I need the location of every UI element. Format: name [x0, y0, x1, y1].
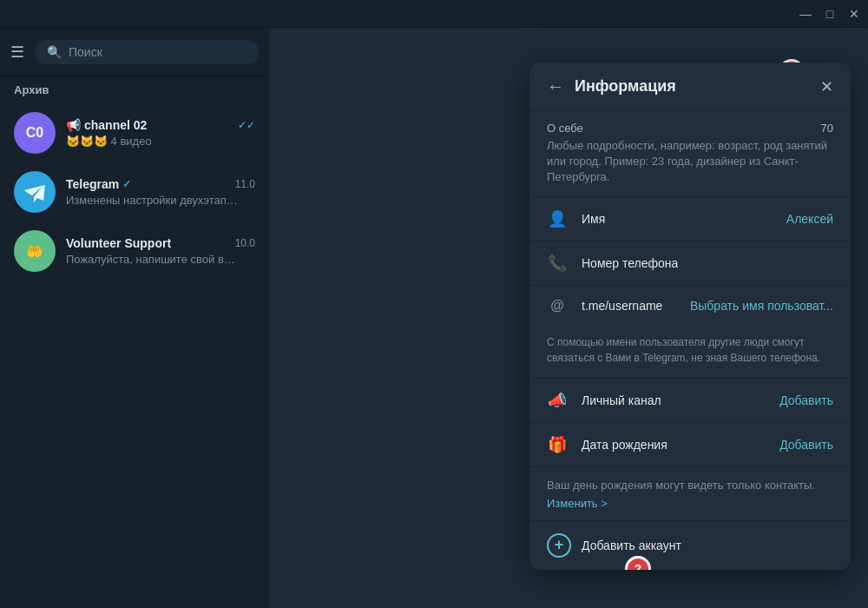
- chat-info-telegram: Telegram ✓ 11.0 Изменены настройки двухэ…: [66, 177, 255, 207]
- search-icon: 🔍: [47, 45, 62, 59]
- sidebar-header: ☰ 🔍 Поиск: [0, 28, 269, 76]
- username-value: Выбрать имя пользоват...: [690, 299, 833, 313]
- modal-title: Информация: [575, 77, 810, 96]
- avatar-channel02: C0: [14, 112, 56, 154]
- name-icon: 👤: [547, 209, 568, 228]
- at-icon: @: [547, 298, 568, 314]
- chat-name-volunteer: Volunteer Support: [66, 236, 171, 250]
- chat-preview-telegram: Изменены настройки двухэтапной...: [66, 194, 240, 207]
- sidebar: ☰ 🔍 Поиск Архив C0 📢 channel 02 ✓✓: [0, 28, 269, 608]
- maximize-button[interactable]: □: [823, 7, 837, 21]
- username-label: t.me/username: [582, 299, 676, 313]
- hamburger-icon[interactable]: ☰: [10, 43, 24, 62]
- channel-label: Личный канал: [582, 393, 766, 407]
- phone-label: Номер телефона: [582, 256, 819, 270]
- modal-close-button[interactable]: ✕: [820, 77, 833, 96]
- name-value: Алексей: [786, 212, 833, 226]
- add-account-label: Добавить аккаунт: [582, 539, 681, 552]
- birthday-hint: Ваш день рождения могут видеть только ко…: [547, 478, 833, 493]
- birthday-label: Дата рождения: [582, 438, 766, 452]
- about-label: О себе: [547, 122, 583, 135]
- titlebar: — □ ✕: [0, 0, 868, 28]
- chat-name-row-telegram: Telegram ✓ 11.0: [66, 177, 255, 191]
- chat-name-channel02: 📢 channel 02: [66, 118, 147, 132]
- chat-name-row-volunteer: Volunteer Support 10.0: [66, 236, 255, 250]
- chat-time-volunteer: 10.0: [235, 237, 255, 249]
- channel-add-btn[interactable]: Добавить: [779, 393, 833, 407]
- name-label: Имя: [582, 212, 773, 226]
- avatar-volunteer: 🤲: [14, 230, 56, 272]
- username-field-row[interactable]: @ t.me/username Выбрать имя пользоват...: [529, 286, 851, 326]
- app-container: ☰ 🔍 Поиск Архив C0 📢 channel 02 ✓✓: [0, 28, 868, 608]
- phone-field-row[interactable]: 📞 Номер телефона: [529, 241, 851, 286]
- chat-info-channel02: 📢 channel 02 ✓✓ 🐱🐱🐱 4 видео: [66, 118, 255, 148]
- main-content: чтобы написать 1 ← Информация ✕ О себе 7…: [269, 28, 868, 608]
- channel-icon: 📣: [547, 391, 568, 410]
- chat-preview-volunteer: Пожалуйста, напишите свой вопро...: [66, 253, 240, 266]
- search-box[interactable]: 🔍 Поиск: [35, 40, 259, 64]
- chat-item-channel02[interactable]: C0 📢 channel 02 ✓✓ 🐱🐱🐱 4 видео: [0, 103, 269, 162]
- badge-2: 2: [625, 556, 651, 570]
- about-hint: Любые подробности, например: возраст, ро…: [547, 138, 833, 186]
- speaker-icon: 📢: [66, 118, 81, 132]
- birthday-add-btn[interactable]: Добавить: [779, 438, 833, 452]
- about-row: О себе 70: [547, 122, 833, 135]
- phone-icon: 📞: [547, 254, 568, 273]
- archive-label: Архив: [0, 76, 269, 103]
- modal-back-button[interactable]: ←: [547, 76, 564, 96]
- channel-field-row[interactable]: 📣 Личный канал Добавить: [529, 379, 851, 423]
- birthday-field-row[interactable]: 🎁 Дата рождения Добавить: [529, 423, 851, 466]
- chat-info-volunteer: Volunteer Support 10.0 Пожалуйста, напиш…: [66, 236, 255, 266]
- chat-list: C0 📢 channel 02 ✓✓ 🐱🐱🐱 4 видео: [0, 103, 269, 608]
- titlebar-controls: — □ ✕: [799, 7, 861, 21]
- chat-name-telegram: Telegram ✓: [66, 177, 131, 191]
- modal-header: ← Информация ✕: [529, 63, 851, 111]
- chat-item-volunteer[interactable]: 🤲 Volunteer Support 10.0 Пожалуйста, нап…: [0, 221, 269, 281]
- name-field-row[interactable]: 👤 Имя Алексей: [529, 197, 851, 241]
- add-account-icon: +: [547, 533, 571, 558]
- search-placeholder: Поиск: [69, 45, 102, 59]
- chat-name-row-channel02: 📢 channel 02 ✓✓: [66, 118, 255, 132]
- chat-time-telegram: 11.0: [235, 178, 255, 190]
- birthday-change-link[interactable]: Изменить >: [547, 497, 833, 510]
- chat-item-telegram[interactable]: Telegram ✓ 11.0 Изменены настройки двухэ…: [0, 162, 269, 221]
- info-modal: ← Информация ✕ О себе 70 Любые подробнос…: [529, 63, 851, 570]
- username-hint: С помощью имени пользователя другие люди…: [529, 326, 851, 379]
- birthday-hint-section: Ваш день рождения могут видеть только ко…: [529, 466, 851, 521]
- add-account-section[interactable]: + Добавить аккаунт 2: [529, 521, 851, 570]
- birthday-icon: 🎁: [547, 435, 568, 454]
- about-section: О себе 70 Любые подробности, например: в…: [529, 111, 851, 197]
- avatar-telegram: [14, 171, 56, 213]
- minimize-button[interactable]: —: [799, 7, 812, 21]
- about-count: 70: [821, 122, 833, 135]
- chat-preview-channel02: 🐱🐱🐱 4 видео: [66, 135, 240, 148]
- double-check-channel02: ✓✓: [238, 119, 255, 131]
- close-button[interactable]: ✕: [847, 7, 861, 21]
- verified-badge-telegram: ✓: [122, 178, 131, 190]
